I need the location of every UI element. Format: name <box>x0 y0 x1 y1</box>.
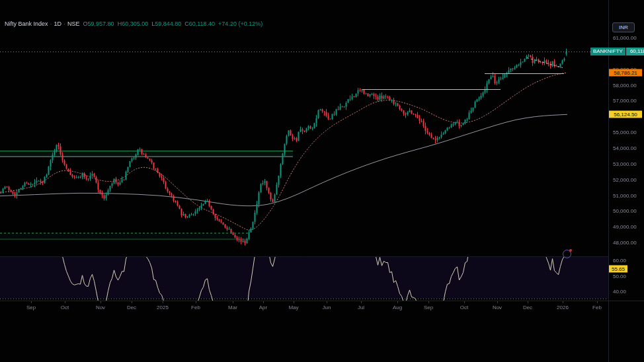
symbol-legend: Nifty Bank Index·1D·NSEO59,957.80H60,305… <box>5 20 262 27</box>
time-axis-label: May <box>288 305 298 310</box>
price-axis-tick: 57,000.00 <box>613 98 637 104</box>
price-axis-tick: 49,000.00 <box>613 224 637 230</box>
price-axis-tick: 61,000.00 <box>613 35 637 41</box>
time-axis[interactable]: SepOctNovDec2025FebMarAprMayJunJulAugSep… <box>0 301 609 314</box>
time-axis-label: Dec <box>127 305 136 310</box>
trading-chart-window: { "legend": { "symbol": "Nifty Bank Inde… <box>0 0 644 362</box>
open-value: 59,957.80 <box>88 20 114 27</box>
price-axis-tick: 53,000.00 <box>613 161 637 166</box>
price-axis-tick: 48,000.00 <box>613 240 637 246</box>
price-axis-tick: 54,000.00 <box>613 145 637 151</box>
time-axis-label: Dec <box>523 305 532 310</box>
indicator-axis-tick: 50.00 <box>613 273 626 279</box>
last-price-value: 60,118.40 <box>626 48 644 55</box>
alert-timer-icon[interactable] <box>563 250 571 258</box>
time-axis-label: 2026 <box>557 305 569 310</box>
exchange-label: NSE <box>67 20 80 27</box>
ma-value-label: 56,124.50 <box>609 111 642 118</box>
last-price-label: BANKNIFTY 60,118.40 <box>590 48 644 55</box>
price-axis-tick: 51,000.00 <box>613 192 637 198</box>
high-value: 60,305.00 <box>122 20 148 27</box>
price-axis-tick: 52,000.00 <box>613 176 637 182</box>
low-value: 59,844.80 <box>155 20 181 27</box>
time-axis-label: Jun <box>323 305 331 310</box>
indicator-axis-tick: 60.00 <box>613 258 626 264</box>
time-axis-label: 2025 <box>157 305 169 310</box>
time-axis-label: Mar <box>228 305 237 310</box>
time-axis-label: Sep <box>26 305 36 310</box>
time-axis-label: Sep <box>424 305 433 310</box>
symbol-title[interactable]: Nifty Bank Index <box>5 20 48 27</box>
close-value: 60,118.40 <box>189 20 215 27</box>
legend-separator: · <box>63 20 65 27</box>
price-axis-tick: 58,000.00 <box>613 82 637 88</box>
ma-value-label: 58,786.21 <box>609 69 642 76</box>
last-price-symbol: BANKNIFTY <box>590 48 625 55</box>
time-axis-label: Nov <box>493 305 502 310</box>
time-axis-label: Aug <box>393 305 402 310</box>
legend-separator: · <box>50 20 52 27</box>
time-axis-label: Jul <box>358 305 364 310</box>
time-axis-label: Oct <box>460 305 468 310</box>
price-axis-tick: 50,000.00 <box>613 208 637 214</box>
indicator-axis-tick: 40.00 <box>613 289 626 295</box>
time-axis-label: Apr <box>259 305 267 310</box>
time-axis-label: Nov <box>96 305 105 310</box>
currency-button[interactable]: INR <box>612 22 635 32</box>
change-value: +74.20 (+0.12%) <box>218 20 262 27</box>
time-axis-label: Feb <box>592 305 602 310</box>
time-axis-label: Oct <box>61 305 69 310</box>
timeframe-label[interactable]: 1D <box>54 20 62 27</box>
indicator-current-value-label: 55.65 <box>609 266 627 273</box>
price-axis-tick: 55,000.00 <box>613 129 637 135</box>
time-axis-label: Feb <box>191 305 200 310</box>
open-letter: O <box>83 20 88 27</box>
